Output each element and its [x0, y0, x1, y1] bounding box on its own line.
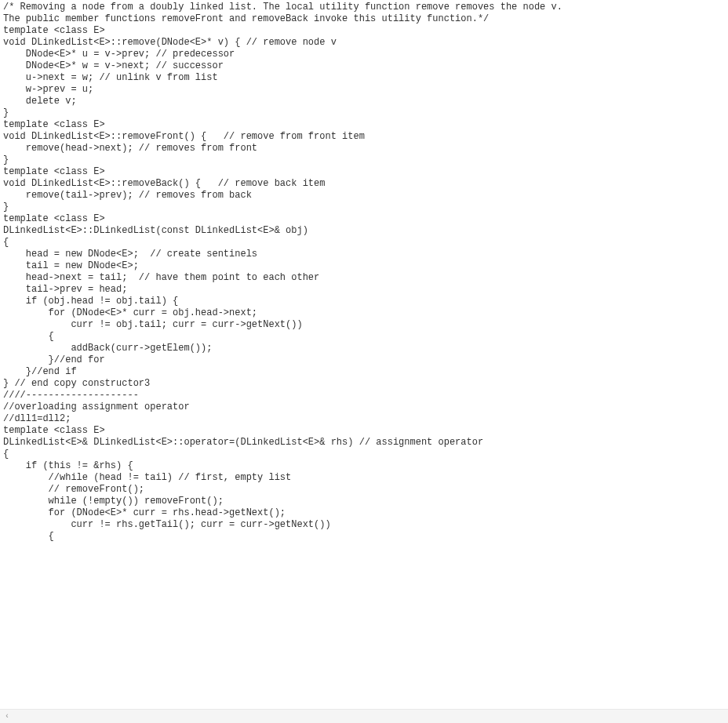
code-line: } // end copy constructor3: [3, 378, 725, 390]
code-line: ////--------------------: [3, 390, 725, 401]
code-line: {: [3, 237, 725, 249]
code-line: //overloading assignment operator: [3, 401, 725, 413]
horizontal-scrollbar[interactable]: ‹: [0, 709, 728, 723]
code-line: template <class E>: [3, 25, 725, 37]
code-line: {: [3, 331, 725, 343]
code-line: if (obj.head != obj.tail) {: [3, 296, 725, 307]
code-line: addBack(curr->getElem());: [3, 343, 725, 354]
code-line: curr != rhs.getTail(); curr = curr->getN…: [3, 519, 725, 531]
code-line: remove(tail->prev); // removes from back: [3, 190, 725, 202]
code-line: DLinkedList<E>& DLinkedList<E>::operator…: [3, 437, 725, 449]
code-line: //while (head != tail) // first, empty l…: [3, 472, 725, 484]
code-line: DLinkedList<E>::DLinkedList(const DLinke…: [3, 225, 725, 237]
code-line: void DLinkedList<E>::removeFront() { // …: [3, 131, 725, 143]
code-line: head = new DNode<E>; // create sentinels: [3, 249, 725, 260]
code-line: curr != obj.tail; curr = curr->getNext()…: [3, 319, 725, 331]
code-line: delete v;: [3, 96, 725, 107]
code-line: u->next = w; // unlink v from list: [3, 72, 725, 84]
scroll-track[interactable]: [14, 710, 728, 723]
code-line: for (DNode<E>* curr = obj.head->next;: [3, 307, 725, 319]
code-line: {: [3, 449, 725, 460]
code-line: tail = new DNode<E>;: [3, 260, 725, 272]
code-line: template <class E>: [3, 213, 725, 225]
code-line: remove(head->next); // removes from fron…: [3, 143, 725, 154]
code-line: void DLinkedList<E>::remove(DNode<E>* v)…: [3, 37, 725, 49]
code-line: }//end if: [3, 366, 725, 378]
code-line: w->prev = u;: [3, 84, 725, 96]
code-line: }: [3, 202, 725, 213]
code-line: head->next = tail; // have them point to…: [3, 272, 725, 284]
code-line: while (!empty()) removeFront();: [3, 496, 725, 507]
scroll-left-arrow-icon[interactable]: ‹: [0, 710, 14, 724]
code-line: DNode<E>* u = v->prev; // predecessor: [3, 49, 725, 60]
code-line: DNode<E>* w = v->next; // successor: [3, 60, 725, 72]
code-line: //dll1=dll2;: [3, 413, 725, 425]
code-line: {: [3, 531, 725, 543]
code-line: /* Removing a node from a doubly linked …: [3, 2, 725, 13]
code-line: for (DNode<E>* curr = rhs.head->getNext(…: [3, 507, 725, 519]
code-line: template <class E>: [3, 119, 725, 131]
code-line: if (this != &rhs) {: [3, 460, 725, 472]
code-line: }//end for: [3, 354, 725, 366]
code-line: template <class E>: [3, 425, 725, 437]
code-line: template <class E>: [3, 166, 725, 178]
code-line: void DLinkedList<E>::removeBack() { // r…: [3, 178, 725, 190]
code-line: The public member functions removeFront …: [3, 13, 725, 25]
code-line: }: [3, 107, 725, 119]
code-line: }: [3, 154, 725, 166]
code-line: // removeFront();: [3, 484, 725, 496]
code-viewer: /* Removing a node from a doubly linked …: [0, 0, 728, 703]
code-line: tail->prev = head;: [3, 284, 725, 296]
